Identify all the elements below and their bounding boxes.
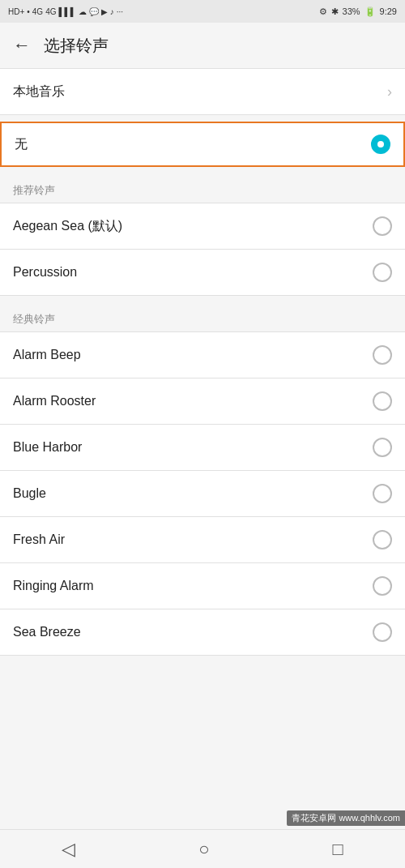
dots-icon: ···	[117, 7, 123, 16]
bugle-item[interactable]: Bugle	[0, 471, 405, 516]
status-left: HD+ • 4G 4G ▌▌▌ ☁ 💬 ▶ ♪ ···	[8, 7, 123, 16]
ringing-alarm-radio	[373, 576, 392, 596]
play-icon: ▶	[101, 7, 108, 16]
classic-section-header: 经典铃声	[0, 302, 405, 331]
battery-icon: 🔋	[364, 6, 376, 17]
signal-icon: •	[27, 7, 30, 16]
percussion-item[interactable]: Percussion	[0, 250, 405, 295]
status-right: ⚙ ✱ 33% 🔋 9:29	[319, 6, 397, 17]
no-sound-radio-selected	[371, 135, 390, 154]
sea-breeze-item[interactable]: Sea Breeze	[0, 609, 405, 655]
time: 9:29	[380, 6, 397, 16]
nav-recent-button[interactable]: □	[333, 839, 343, 860]
tiktok-icon: ♪	[110, 7, 114, 16]
chevron-right-icon: ›	[387, 83, 392, 100]
bugle-label: Bugle	[13, 486, 46, 501]
back-button[interactable]: ←	[13, 35, 31, 56]
page-title: 选择铃声	[44, 35, 109, 57]
battery-percent: 33%	[343, 6, 360, 16]
watermark: 青花安卓网 www.qhhlv.com	[287, 810, 405, 826]
sea-breeze-label: Sea Breeze	[13, 625, 81, 639]
page-header: ← 选择铃声	[0, 23, 405, 68]
gap-3	[0, 296, 405, 302]
alarm-rooster-radio	[373, 391, 392, 411]
4g-icon2: 4G	[45, 7, 56, 16]
status-bar: HD+ • 4G 4G ▌▌▌ ☁ 💬 ▶ ♪ ··· ⚙ ✱ 33% 🔋 9:…	[0, 0, 405, 23]
percussion-radio	[373, 263, 392, 282]
gap-2	[0, 167, 405, 173]
ringing-alarm-label: Ringing Alarm	[13, 579, 94, 593]
settings-icon: ⚙	[319, 6, 327, 17]
recommended-title: 推荐铃声	[13, 184, 55, 196]
blue-harbor-radio	[373, 438, 392, 457]
fresh-air-radio	[373, 530, 392, 549]
divider-c7	[0, 655, 405, 656]
no-sound-item[interactable]: 无	[0, 122, 405, 167]
content-area: 本地音乐 › 无 推荐铃声 Aegean Sea (默认) Percussion…	[0, 69, 405, 701]
cloud-icon: ☁	[79, 7, 87, 16]
classic-title: 经典铃声	[13, 313, 55, 325]
signal-bars: ▌▌▌	[59, 7, 76, 16]
chat-icon: 💬	[89, 7, 99, 16]
alarm-rooster-label: Alarm Rooster	[13, 394, 96, 408]
sea-breeze-radio	[373, 622, 392, 642]
ringing-alarm-item[interactable]: Ringing Alarm	[0, 563, 405, 609]
blue-harbor-item[interactable]: Blue Harbor	[0, 425, 405, 470]
nav-home-button[interactable]: ○	[198, 839, 209, 860]
local-music-item[interactable]: 本地音乐 ›	[0, 69, 405, 114]
4g-icon1: 4G	[32, 7, 43, 16]
bugle-radio	[373, 484, 392, 503]
aegean-sea-item[interactable]: Aegean Sea (默认)	[0, 203, 405, 249]
alarm-beep-radio	[373, 345, 392, 365]
blue-harbor-label: Blue Harbor	[13, 440, 82, 455]
alarm-rooster-item[interactable]: Alarm Rooster	[0, 378, 405, 424]
alarm-beep-item[interactable]: Alarm Beep	[0, 332, 405, 378]
gap-1	[0, 115, 405, 122]
bluetooth-icon: ✱	[331, 6, 339, 17]
no-sound-label: 无	[15, 136, 28, 153]
aegean-sea-label: Aegean Sea (默认)	[13, 218, 122, 235]
navigation-bar: ◁ ○ □	[0, 829, 405, 868]
alarm-beep-label: Alarm Beep	[13, 348, 81, 362]
fresh-air-label: Fresh Air	[13, 532, 65, 547]
aegean-sea-radio	[373, 216, 392, 236]
percussion-label: Percussion	[13, 265, 77, 280]
local-music-label: 本地音乐	[13, 83, 65, 100]
hd-icon: HD+	[8, 7, 24, 16]
fresh-air-item[interactable]: Fresh Air	[0, 517, 405, 562]
recommended-section-header: 推荐铃声	[0, 173, 405, 203]
nav-back-button[interactable]: ◁	[62, 839, 75, 860]
